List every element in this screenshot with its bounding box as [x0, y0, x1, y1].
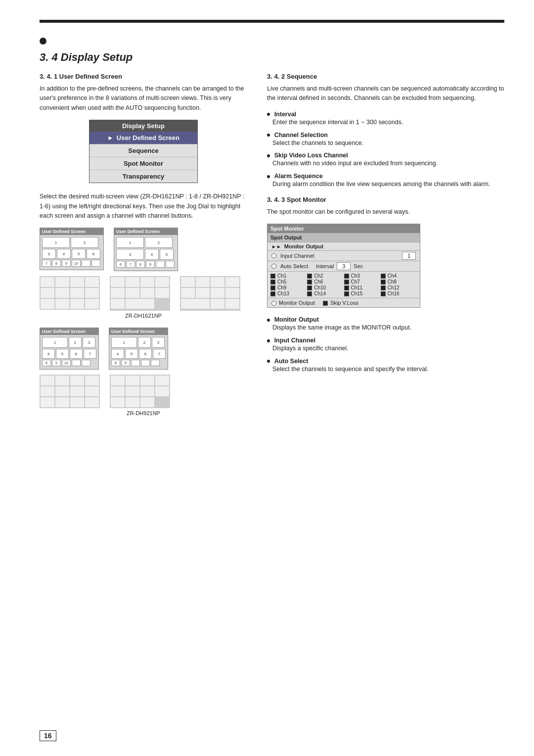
- radio-bottom-monitor[interactable]: [271, 301, 276, 306]
- bullet-auto-select: Auto Select Select the channels to seque…: [267, 357, 504, 374]
- menu-item-sequence[interactable]: Sequence: [89, 144, 197, 157]
- check-ch10[interactable]: [307, 285, 312, 290]
- smt-auto-select-row: Auto Select Interval 3 Sec: [267, 261, 420, 271]
- radio-auto-select[interactable]: [271, 264, 276, 269]
- smt-ch14: Ch14: [307, 291, 343, 296]
- bullet-dot-monitor-out: [267, 319, 270, 322]
- body-text-342: Live channels and multi-screen channels …: [267, 84, 504, 103]
- check-ch8[interactable]: [381, 280, 386, 284]
- check-ch2[interactable]: [307, 274, 312, 279]
- bullet-dot-ch-sel: [267, 134, 270, 137]
- body-text-341b: Select the desired multi-screen view (ZR…: [40, 192, 247, 221]
- uds-diagram-4: User Defined Screen 1 2 3 4 5: [109, 328, 168, 370]
- smt-input-channel-value[interactable]: 1: [402, 252, 416, 260]
- uds-diagram-1: User Defined Screen 1 2 3 4 5: [40, 228, 104, 270]
- check-ch11[interactable]: [344, 285, 349, 290]
- smt-ch1: Ch1: [270, 273, 307, 279]
- bullet-title-auto-sel: Auto Select: [274, 358, 309, 365]
- smt-channel-grid: Ch1 Ch2 Ch3 Ch4 Ch5 Ch6 Ch7 Ch8 Ch9 Ch10…: [267, 271, 420, 298]
- blank-grid-5: [110, 375, 170, 408]
- smt-ch2: Ch2: [307, 273, 343, 279]
- uds-box-3: User Defined Screen 1 2 3 4 5: [40, 328, 99, 370]
- bullet-monitor-output: Monitor Output Displays the same image a…: [267, 316, 504, 332]
- bullet-text-auto-sel: Select the channels to sequence and spec…: [272, 365, 428, 374]
- bullet-alarm-seq: Alarm Sequence During alarm condition th…: [267, 172, 504, 189]
- uds-box-2: User Defined Screen 1 2 3 4 5: [114, 228, 178, 271]
- diagram-row-1621: User Defined Screen 1 2 3 4 5: [40, 228, 247, 271]
- bullet-dot-skip: [267, 154, 270, 157]
- smt-ch12: Ch12: [381, 285, 417, 290]
- blank-grid-4: [40, 375, 100, 408]
- sub-heading-342: 3. 4. 2 Sequence: [267, 73, 504, 80]
- body-text-341: In addition to the pre-defined screens, …: [40, 84, 247, 113]
- check-ch6[interactable]: [307, 280, 312, 284]
- check-ch9[interactable]: [270, 285, 275, 290]
- menu-item-spot-monitor[interactable]: Spot Monitor: [89, 157, 197, 170]
- bullet-text-skip: Channels with no video input are exclude…: [272, 159, 438, 168]
- bullet-interval: Interval Enter the sequence interval in …: [267, 110, 504, 127]
- smt-ch7: Ch7: [344, 279, 380, 284]
- menu-item-user-defined[interactable]: ► User Defined Screen: [89, 132, 197, 144]
- smt-ch5: Ch5: [270, 279, 307, 284]
- page: 3. 4 Display Setup 3. 4. 1 User Defined …: [0, 0, 534, 756]
- smt-interval-value[interactable]: 3: [337, 262, 351, 270]
- menu-item-label-3: Transparency: [123, 173, 165, 180]
- smt-bottom-monitor-output[interactable]: Monitor Output: [271, 300, 315, 306]
- arrow-icon: ►: [107, 134, 114, 142]
- uds-box-1: User Defined Screen 1 2 3 4 5: [40, 228, 104, 270]
- check-ch12[interactable]: [381, 285, 386, 290]
- smt-input-channel-label: Input Channel: [280, 253, 314, 259]
- uds-diagram-3: User Defined Screen 1 2 3 4 5: [40, 328, 99, 370]
- bullet-dot-input-ch: [267, 339, 270, 342]
- left-column: 3. 4. 1 User Defined Screen In addition …: [40, 73, 247, 416]
- check-ch13[interactable]: [270, 291, 275, 296]
- check-ch5[interactable]: [270, 280, 275, 284]
- sub-heading-343: 3. 4. 3 Spot Monitor: [267, 196, 504, 203]
- blank-grid-2: [110, 276, 170, 311]
- check-ch14[interactable]: [307, 291, 312, 296]
- smt-bottom-row: Monitor Output Skip V.Loss: [267, 298, 420, 307]
- check-ch16[interactable]: [381, 291, 386, 296]
- bullet-dot-interval: [267, 113, 270, 116]
- smt-interval-label: Interval: [316, 263, 334, 269]
- arrow-right-icon: ►►: [271, 244, 281, 249]
- smt-section-spot-output: Spot Output: [267, 233, 420, 242]
- smt-monitor-output-label: Monitor Output: [284, 243, 323, 249]
- sub-heading-341: 3. 4. 1 User Defined Screen: [40, 73, 247, 80]
- section-bullet: [40, 38, 46, 45]
- bullet-text-ch-sel: Select the channels to sequence.: [272, 139, 363, 148]
- smt-ch6: Ch6: [307, 279, 343, 284]
- smt-skip-vloss-label: Skip V.Loss: [330, 300, 358, 306]
- top-bar: [40, 20, 504, 23]
- bullet-skip-video: Skip Video Loss Channel Channels with no…: [267, 151, 504, 168]
- bullet-input-channel: Input Channel Displays a specific channe…: [267, 336, 504, 353]
- menu-item-transparency[interactable]: Transparency: [89, 170, 197, 183]
- two-column-layout: 3. 4. 1 User Defined Screen In addition …: [40, 73, 504, 416]
- bullet-dot-alarm: [267, 175, 270, 178]
- bullet-dot-auto-sel: [267, 360, 270, 363]
- bullet-title-alarm: Alarm Sequence: [274, 173, 323, 180]
- bullet-channel-selection: Channel Selection Select the channels to…: [267, 131, 504, 148]
- smt-ch13: Ch13: [270, 291, 307, 296]
- body-text-343: The spot monitor can be configured in se…: [267, 207, 504, 217]
- display-setup-menu: Display Setup ► User Defined Screen Sequ…: [89, 120, 198, 183]
- bullet-title-interval: Interval: [274, 111, 296, 118]
- check-ch1[interactable]: [270, 274, 275, 279]
- check-ch15[interactable]: [344, 291, 349, 296]
- smt-ch9: Ch9: [270, 285, 307, 290]
- smt-monitor-output-row: ►► Monitor Output: [267, 242, 420, 250]
- section-title: 3. 4 Display Setup: [40, 51, 504, 64]
- check-skip-vloss[interactable]: [323, 301, 328, 306]
- check-ch4[interactable]: [381, 274, 386, 279]
- check-ch3[interactable]: [344, 274, 349, 279]
- bullet-title-ch-sel: Channel Selection: [274, 132, 328, 139]
- smt-ch4: Ch4: [381, 273, 417, 279]
- radio-input-channel[interactable]: [271, 253, 276, 258]
- blank-grid-row-1621: [40, 276, 247, 311]
- smt-skip-vloss[interactable]: Skip V.Loss: [323, 300, 358, 306]
- uds-box-4: User Defined Screen 1 2 3 4 5: [109, 328, 168, 370]
- smt-bottom-monitor-label: Monitor Output: [279, 300, 315, 306]
- diagram-label-921: ZR-DH921NP: [40, 410, 247, 416]
- sequence-bullets: Interval Enter the sequence interval in …: [267, 110, 504, 189]
- check-ch7[interactable]: [344, 280, 349, 284]
